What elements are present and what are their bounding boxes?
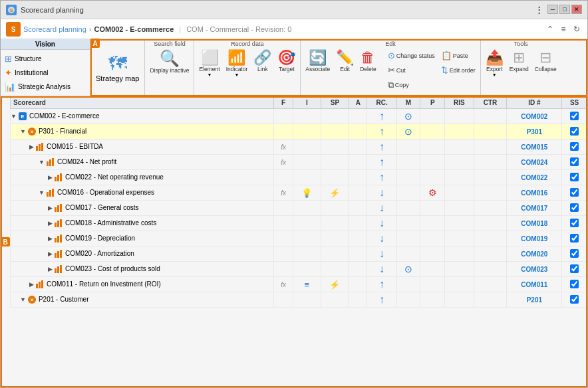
expand-collapse-icon[interactable]: ▶ [48, 220, 53, 227]
ss-checkbox[interactable] [570, 280, 579, 288]
ss-checkbox[interactable] [570, 234, 579, 242]
row-ss-cell [562, 109, 587, 124]
edit-button[interactable]: ✏️ Edit [333, 48, 357, 74]
expand-button[interactable]: ⊞ Expand [507, 48, 531, 74]
arrow-up-icon: ↑ [379, 171, 384, 183]
expand-collapse-icon[interactable]: ▶ [48, 250, 53, 257]
row-p-cell [420, 155, 445, 170]
row-name-cell[interactable]: ▼ECOM002 - E-commerce [11, 109, 274, 124]
breadcrumb-app-link[interactable]: Scorecard planning [23, 25, 86, 33]
strategy-map-button[interactable]: 🗺 Strategy map [92, 50, 142, 84]
row-name-cell[interactable]: ▶COM011 - Return on Investment (ROI) [11, 277, 274, 292]
svg-rect-34 [60, 265, 62, 273]
expand-collapse-icon[interactable]: ▶ [29, 144, 34, 150]
row-name-cell[interactable]: ▶COM015 - EBITDA [11, 140, 274, 155]
toolbar: Vision ⊞ Structure ✦ Institutional 📊 Str… [1, 39, 587, 96]
expand-collapse-icon[interactable]: ▶ [48, 266, 53, 272]
edit-order-button[interactable]: ⇅ Edit order [438, 63, 478, 77]
titlebar-menu-icon[interactable]: ⋮ [535, 5, 543, 15]
expand-collapse-icon[interactable]: ▼ [20, 128, 26, 135]
expand-collapse-icon[interactable]: ▶ [48, 174, 53, 181]
ss-checkbox[interactable] [570, 173, 579, 181]
ss-checkbox[interactable] [570, 142, 579, 151]
expand-collapse-icon[interactable]: ▼ [11, 113, 17, 120]
collapse-up-icon[interactable]: ⌃ [545, 24, 555, 35]
row-ss-cell [562, 185, 587, 201]
target-label: Target [279, 66, 295, 72]
row-name-cell[interactable]: ▼COM024 - Net profit [11, 155, 274, 170]
vision-item-strategic-analysis[interactable]: 📊 Strategic Analysis [2, 80, 88, 93]
row-sp-cell [321, 170, 349, 185]
row-name-cell[interactable]: ▶COM020 - Amortization [11, 246, 274, 262]
delete-button[interactable]: 🗑 Delete [357, 48, 379, 74]
expand-collapse-icon[interactable]: ▼ [20, 296, 26, 303]
vision-panel: Vision ⊞ Structure ✦ Institutional 📊 Str… [1, 39, 90, 96]
target-button[interactable]: 🎯 Target [275, 48, 298, 74]
row-type-icon: ✕ [27, 295, 37, 304]
paste-icon: 📋 [441, 50, 452, 60]
row-p-cell [420, 201, 445, 216]
copy-button[interactable]: ⧉ Copy [385, 78, 438, 92]
indicator-button[interactable]: 📶 Indicator ▼ [223, 48, 251, 79]
ss-checkbox[interactable] [570, 127, 579, 136]
row-name-cell[interactable]: ▶COM017 - General costs [11, 201, 274, 216]
row-name-cell[interactable]: ▼✕P201 - Customer [11, 292, 274, 308]
ss-checkbox[interactable] [570, 219, 579, 227]
ss-checkbox[interactable] [570, 264, 579, 273]
row-f-cell: fx [274, 185, 293, 201]
row-ris-cell [445, 231, 474, 246]
svg-rect-31 [60, 250, 62, 258]
restore-button[interactable]: □ [559, 5, 570, 14]
row-ris-cell [445, 170, 474, 185]
row-name-cell[interactable]: ▶COM018 - Administrative costs [11, 216, 274, 231]
refresh-icon[interactable]: ↻ [571, 24, 582, 35]
header-actions: ⌃ ≡ ↻ [545, 24, 582, 35]
ss-checkbox[interactable] [570, 249, 579, 258]
col-a: A [349, 97, 367, 109]
row-type-icon [54, 219, 63, 228]
row-a-cell [349, 201, 367, 216]
row-name-cell[interactable]: ▶COM022 - Net operating revenue [11, 170, 274, 185]
link-button[interactable]: 🔗 Link [251, 48, 274, 74]
expand-collapse-icon[interactable]: ▶ [48, 205, 53, 211]
row-name-cell[interactable]: ▶COM019 - Depreciation [11, 231, 274, 246]
row-name-cell[interactable]: ▶COM023 - Cost of products sold [11, 262, 274, 277]
vision-item-institutional[interactable]: ✦ Institutional [2, 66, 88, 79]
row-i-cell [293, 155, 321, 170]
row-i-cell [293, 262, 321, 277]
associate-button[interactable]: 🔄 Associate [303, 48, 333, 74]
close-button[interactable]: ✕ [571, 5, 582, 14]
edit-paste-col: 📋 Paste ⇅ Edit order [438, 48, 478, 77]
export-button[interactable]: 📤 Export ▼ [483, 48, 506, 79]
tools-buttons: 📤 Export ▼ ⊞ Expand ⊟ Collapse [483, 48, 559, 79]
row-type-icon [35, 280, 45, 289]
ss-checkbox[interactable] [570, 157, 579, 166]
row-name-cell[interactable]: ▼COM016 - Operational expenses [11, 185, 274, 201]
row-f-cell [274, 246, 293, 262]
ss-checkbox[interactable] [570, 295, 579, 304]
cut-button[interactable]: ✂ Cut [385, 63, 438, 77]
element-button[interactable]: ⬜ Element ▼ [196, 48, 222, 79]
collapse-label: Collapse [535, 66, 557, 72]
expand-collapse-icon[interactable]: ▶ [29, 281, 34, 288]
svg-text:S: S [9, 7, 13, 13]
minimize-button[interactable]: ─ [547, 5, 558, 14]
collapse-button[interactable]: ⊟ Collapse [532, 48, 559, 74]
expand-collapse-icon[interactable]: ▼ [39, 189, 45, 196]
expand-collapse-icon[interactable]: ▼ [39, 159, 45, 165]
svg-rect-32 [55, 268, 57, 273]
row-name-cell[interactable]: ▼✕P301 - Financial [11, 124, 274, 140]
table-scroll[interactable]: Scorecard F I SP A RC. M P RIS CTR ID # … [10, 96, 587, 387]
display-inactive-button[interactable]: 🔍 Display inactive [147, 48, 192, 76]
vision-item-structure[interactable]: ⊞ Structure [2, 52, 88, 65]
expand-collapse-icon[interactable]: ▶ [48, 235, 53, 242]
element-label: Element [199, 66, 220, 72]
row-p-cell: ⚙ [420, 185, 445, 201]
ss-checkbox[interactable] [570, 112, 579, 120]
change-status-button[interactable]: ⊙ Change status [385, 48, 438, 62]
paste-button[interactable]: 📋 Paste [438, 48, 478, 62]
list-view-icon[interactable]: ≡ [558, 24, 569, 35]
ss-checkbox[interactable] [570, 188, 579, 197]
ss-checkbox[interactable] [570, 203, 579, 212]
row-rc-cell: ↓ [367, 201, 396, 216]
